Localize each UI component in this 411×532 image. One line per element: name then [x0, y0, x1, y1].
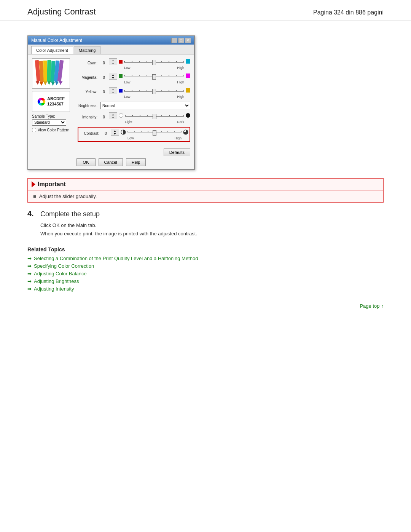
yellow-track-line	[124, 91, 184, 92]
restore-button[interactable]: □	[178, 38, 184, 43]
magenta-low-label: Low	[124, 80, 131, 84]
view-pattern-label: View Color Pattern	[38, 128, 69, 132]
related-link-2[interactable]: ➡ Adjusting Color Balance	[27, 271, 384, 276]
contrast-row-wrapper: Contrast: 0 ▲ ▼	[78, 127, 190, 142]
magenta-up[interactable]: ▲	[109, 73, 117, 76]
intensity-track-line	[125, 116, 184, 117]
related-link-0[interactable]: ➡ Selecting a Combination of the Print Q…	[27, 256, 384, 261]
contrast-down[interactable]: ▼	[111, 132, 119, 135]
intensity-high-label: Dark	[177, 120, 184, 124]
arrow-icon-2: ➡	[27, 271, 32, 276]
step-4-line-1: Click OK on the Main tab.	[40, 221, 384, 230]
tab-color-adjustment[interactable]: Color Adjustment	[31, 46, 73, 54]
related-link-1[interactable]: ➡ Specifying Color Correction	[27, 263, 384, 269]
page-info: Pagina 324 din 886 pagini	[313, 9, 384, 16]
cyan-up[interactable]: ▲	[109, 59, 117, 62]
svg-marker-12	[55, 81, 59, 86]
pencils-svg	[33, 59, 69, 88]
arrow-icon-0: ➡	[27, 256, 32, 261]
intensity-up[interactable]: ▲	[109, 113, 117, 116]
view-pattern-checkbox[interactable]	[32, 128, 36, 132]
help-button[interactable]: Help	[126, 158, 146, 166]
cyan-thumb[interactable]	[152, 60, 156, 65]
yellow-up[interactable]: ▲	[109, 88, 117, 91]
yellow-label: Yellow:	[78, 90, 99, 99]
magenta-low-color	[119, 74, 123, 78]
svg-marker-10	[47, 81, 51, 85]
cyan-down[interactable]: ▼	[109, 62, 117, 65]
contrast-track-line	[127, 133, 182, 133]
close-button[interactable]: ✕	[185, 38, 191, 43]
minimize-button[interactable]: _	[171, 38, 177, 43]
page-top-link[interactable]: Page top ↑	[360, 303, 384, 309]
yellow-down[interactable]: ▼	[109, 91, 117, 94]
magenta-thumb[interactable]	[152, 74, 156, 80]
brightness-select[interactable]: Normal	[100, 102, 190, 109]
sample-preview-inner: ABCDEF1234567	[37, 96, 65, 106]
dialog-title: Manual Color Adjustment	[31, 38, 82, 43]
magenta-track[interactable]	[124, 74, 184, 80]
important-body: ■ Adjust the slider gradually.	[28, 190, 383, 202]
page-header: Adjusting Contrast Pagina 324 din 886 pa…	[0, 0, 411, 21]
yellow-track[interactable]	[124, 89, 184, 94]
sample-panel: ABCDEF1234567 Sample Type: Standard View…	[32, 58, 74, 142]
cyan-spinner[interactable]: ▲ ▼	[109, 58, 117, 65]
sample-text: ABCDEF1234567	[47, 96, 65, 106]
magenta-down[interactable]: ▼	[109, 76, 117, 79]
contrast-up[interactable]: ▲	[111, 129, 119, 132]
step-section-4: 4. Complete the setup Click OK on the Ma…	[27, 209, 384, 238]
related-section: Related Topics ➡ Selecting a Combination…	[27, 246, 384, 292]
cyan-track-container: Low High	[124, 60, 184, 70]
main-content: Manual Color Adjustment _ □ ✕ Color Adju…	[0, 21, 411, 324]
cyan-high-color	[186, 59, 190, 64]
intensity-track-container: Light Dark	[125, 114, 184, 124]
intensity-low-label: Light	[125, 120, 132, 124]
intensity-track[interactable]	[125, 114, 184, 119]
cyan-low-color	[119, 60, 123, 64]
magenta-spinner[interactable]: ▲ ▼	[109, 73, 117, 80]
yellow-low-label: Low	[124, 95, 131, 99]
footer-defaults-row: Defaults	[32, 149, 190, 156]
sample-type-select[interactable]: Standard	[32, 119, 66, 126]
svg-rect-2	[43, 61, 48, 81]
page-top-row: Page top ↑	[27, 303, 384, 309]
intensity-spinner[interactable]: ▲ ▼	[109, 112, 117, 119]
important-title: Important	[38, 181, 66, 188]
arrow-icon-3: ➡	[27, 278, 32, 284]
cyan-value: 0	[100, 61, 107, 70]
related-link-3[interactable]: ➡ Adjusting Brightness	[27, 278, 384, 284]
related-link-4[interactable]: ➡ Adjusting Intensity	[27, 286, 384, 292]
magenta-value: 0	[100, 75, 107, 84]
step-4-title: Complete the setup	[40, 210, 100, 218]
contrast-track[interactable]	[127, 130, 182, 136]
yellow-spinner[interactable]: ▲ ▼	[109, 87, 117, 94]
cancel-button[interactable]: Cancel	[99, 158, 123, 166]
related-link-text-4: Adjusting Intensity	[34, 286, 74, 292]
view-pattern-row: View Color Pattern	[32, 128, 74, 132]
contrast-row: Contrast: 0 ▲ ▼	[80, 129, 188, 140]
related-link-text-2: Adjusting Color Balance	[34, 271, 87, 276]
intensity-down[interactable]: ▼	[109, 116, 117, 119]
cyan-track[interactable]	[124, 60, 184, 65]
contrast-thumb[interactable]	[153, 130, 156, 136]
ok-button[interactable]: OK	[76, 158, 96, 166]
dialog-container: Manual Color Adjustment _ □ ✕ Color Adju…	[27, 35, 384, 170]
contrast-spinner[interactable]: ▲ ▼	[111, 129, 119, 136]
magenta-label: Magenta:	[78, 75, 99, 84]
svg-marker-8	[40, 82, 44, 86]
footer-buttons-row: OK Cancel Help	[32, 158, 190, 166]
page-title: Adjusting Contrast	[27, 7, 96, 17]
yellow-thumb[interactable]	[152, 89, 156, 94]
defaults-button[interactable]: Defaults	[164, 149, 190, 156]
contrast-high-label: High	[174, 136, 182, 140]
tab-matching[interactable]: Matching	[74, 46, 101, 54]
dialog-body: ABCDEF1234567 Sample Type: Standard View…	[28, 54, 194, 146]
svg-point-15	[40, 100, 43, 103]
intensity-thumb[interactable]	[153, 114, 156, 119]
magenta-row: Magenta: 0 ▲ ▼	[78, 73, 190, 84]
contrast-value: 0	[102, 131, 109, 140]
intensity-high-icon	[186, 113, 190, 118]
step-4-number: 4.	[27, 209, 37, 218]
magenta-track-container: Low High	[124, 74, 184, 84]
contrast-slider-labels: Low High	[127, 136, 182, 140]
